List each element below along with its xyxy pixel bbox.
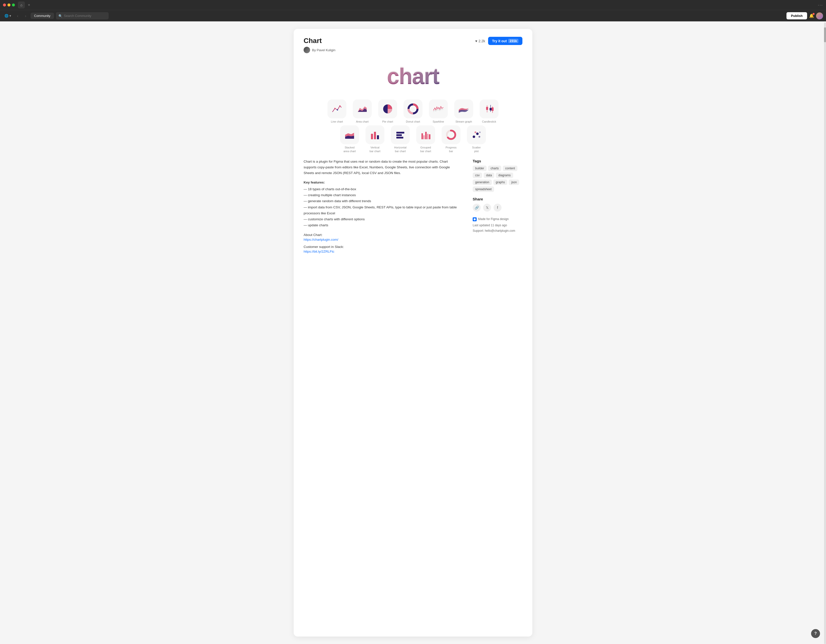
chart-label-pie: Pie chart — [382, 120, 393, 123]
tag-generation[interactable]: generation — [473, 180, 492, 185]
svg-point-28 — [479, 132, 481, 133]
feature-1: — 18 types of charts out-of-the-box — [304, 186, 461, 192]
about-section: About Chart: https://chartplugin.com/ Cu… — [304, 233, 461, 253]
home-icon: ⌂ — [20, 3, 22, 7]
tag-content[interactable]: content — [503, 166, 517, 171]
chart-icon-box-vertical-bar — [365, 125, 384, 144]
scrollbar[interactable] — [824, 22, 826, 644]
navbar-right: Publish 🔔 — [786, 12, 823, 19]
svg-point-27 — [475, 132, 477, 133]
svg-rect-10 — [492, 107, 494, 111]
chart-item-candlestick[interactable]: Candlestick — [478, 99, 500, 123]
chevron-down-icon: ▾ — [9, 14, 11, 18]
minimize-button[interactable] — [8, 3, 11, 6]
about-link[interactable]: https://chartplugin.com/ — [304, 238, 461, 241]
notifications-button[interactable]: 🔔 — [809, 14, 814, 18]
chart-item-pie[interactable]: Pie chart — [376, 99, 399, 123]
svg-rect-19 — [425, 132, 427, 139]
twitter-button[interactable]: 𝕏 — [483, 204, 491, 212]
main-wrapper: Chart By Pavel Kuligin ♥ 2.2k Try it out… — [0, 22, 826, 644]
try-it-out-button[interactable]: Try it out 231k — [488, 37, 522, 45]
tag-charts[interactable]: charts — [488, 166, 501, 171]
back-button[interactable]: ‹ — [15, 13, 21, 19]
tag-json[interactable]: json — [509, 180, 519, 185]
titlebar: ⌂ + ··· — [0, 0, 826, 10]
close-button[interactable] — [3, 3, 6, 6]
chart-label-stream: Stream graph — [455, 120, 472, 123]
figma-icon — [473, 217, 477, 221]
sidebar-content: Tags builder charts content csv data dia… — [473, 159, 522, 257]
chart-icon-box-progress-bar — [442, 125, 461, 144]
like-button[interactable]: ♥ 2.2k — [475, 39, 485, 43]
home-button[interactable]: ⌂ — [18, 2, 25, 8]
chart-item-stacked-area[interactable]: Stacked area chart — [338, 125, 361, 153]
chart-icon-box-scatter — [467, 125, 486, 144]
chart-icon-box-horizontal-bar — [391, 125, 410, 144]
chart-icon-box-donut — [404, 99, 422, 118]
chart-item-line[interactable]: Line chart — [326, 99, 348, 123]
features-title: Key features: — [304, 180, 461, 184]
author-avatar — [304, 47, 310, 53]
chart-icons-row2: Stacked area chart Vertical bar chart — [304, 125, 522, 153]
chart-label-stacked-area: Stacked area chart — [343, 146, 356, 153]
tag-spreadsheet[interactable]: spreadsheet — [473, 186, 494, 192]
chart-item-scatter[interactable]: Scatter plot — [465, 125, 488, 153]
svg-rect-17 — [421, 133, 423, 139]
new-tab-button[interactable]: + — [28, 3, 30, 7]
chart-label-grouped-bar: Grouped bar chart — [420, 146, 431, 153]
share-title: Share — [473, 197, 522, 201]
community-tab[interactable]: Community — [31, 13, 54, 19]
tag-csv[interactable]: csv — [473, 172, 482, 178]
chart-label-vertical-bar: Vertical bar chart — [370, 146, 380, 153]
chart-icon-box-stream — [454, 99, 473, 118]
chart-item-donut[interactable]: Donut chart — [402, 99, 424, 123]
chart-item-stream[interactable]: Stream graph — [453, 99, 475, 123]
svg-rect-16 — [396, 137, 403, 138]
chart-icons-row1: Line chart Area chart — [304, 99, 522, 123]
user-avatar[interactable] — [816, 12, 823, 19]
about-title: About Chart: — [304, 233, 461, 237]
chart-label-sparkline: Sparkline — [433, 120, 444, 123]
chart-item-horizontal-bar[interactable]: Horizontal bar chart — [389, 125, 411, 153]
facebook-button[interactable]: f — [494, 204, 502, 212]
chart-item-sparkline[interactable]: Sparkline — [427, 99, 450, 123]
tag-data[interactable]: data — [484, 172, 494, 178]
forward-button[interactable]: › — [23, 13, 29, 19]
chart-icon-box-candlestick — [480, 99, 498, 118]
scrollbar-thumb[interactable] — [824, 27, 826, 42]
chart-icon-box-pie — [378, 99, 397, 118]
tag-graphs[interactable]: graphs — [493, 180, 508, 185]
chart-label-area: Area chart — [356, 120, 369, 123]
chart-icon-box-area — [353, 99, 372, 118]
support-link[interactable]: https://bit.ly/2ZRLFtc — [304, 250, 461, 253]
svg-point-24 — [473, 135, 475, 138]
share-icons: 🔗 𝕏 f — [473, 204, 522, 212]
chart-icon-box-line — [328, 99, 346, 118]
chart-item-grouped-bar[interactable]: Grouped bar chart — [415, 125, 437, 153]
svg-rect-6 — [486, 107, 488, 110]
chart-item-vertical-bar[interactable]: Vertical bar chart — [364, 125, 386, 153]
chart-item-area[interactable]: Area chart — [351, 99, 373, 123]
plugin-info: Chart By Pavel Kuligin — [304, 37, 335, 53]
search-input[interactable] — [56, 12, 109, 19]
publish-button[interactable]: Publish — [786, 12, 807, 19]
globe-button[interactable]: 🌐 ▾ — [3, 13, 13, 19]
chart-icon-box-stacked-area — [340, 125, 359, 144]
svg-point-1 — [337, 109, 338, 111]
copy-link-button[interactable]: 🔗 — [473, 204, 481, 212]
chart-item-progress-bar[interactable]: Progress bar — [440, 125, 462, 153]
chart-icon-box-sparkline — [429, 99, 448, 118]
more-options-button[interactable]: ··· — [818, 3, 823, 8]
tag-diagrams[interactable]: diagrams — [496, 172, 513, 178]
globe-icon: 🌐 — [5, 14, 8, 18]
tag-builder[interactable]: builder — [473, 166, 487, 171]
maximize-button[interactable] — [12, 3, 15, 6]
feature-2: — creating multiple chart instances — [304, 192, 461, 198]
content-card: Chart By Pavel Kuligin ♥ 2.2k Try it out… — [293, 29, 533, 636]
tags-container: builder charts content csv data diagrams… — [473, 166, 522, 192]
svg-point-2 — [339, 106, 341, 107]
help-button[interactable]: ? — [811, 629, 820, 638]
svg-rect-13 — [377, 135, 379, 139]
features-list: — 18 types of charts out-of-the-box — cr… — [304, 186, 461, 228]
heart-icon: ♥ — [475, 39, 477, 43]
